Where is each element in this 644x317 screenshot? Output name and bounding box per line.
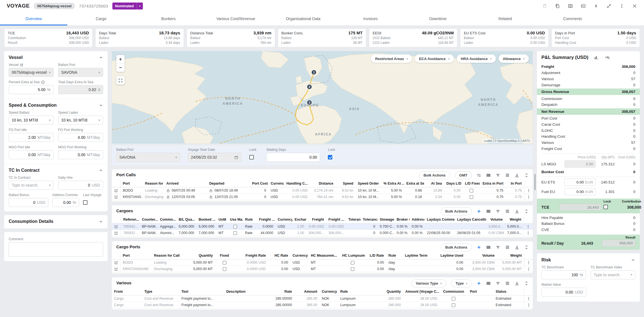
rows-icon[interactable] xyxy=(505,209,510,214)
fo-port-idle-input[interactable]: 2.00MT/day xyxy=(9,133,54,142)
plus-icon[interactable] xyxy=(477,245,481,250)
kebab-icon[interactable] xyxy=(619,3,624,9)
columns-icon[interactable] xyxy=(486,173,491,178)
column-header[interactable]: Rule xyxy=(338,288,377,295)
route-marker[interactable]: 1 xyxy=(311,70,316,75)
fo-port-working-input[interactable]: 4.00MT/day xyxy=(58,133,103,142)
open-record-icon[interactable] xyxy=(114,231,118,235)
filter-icon[interactable] xyxy=(496,173,500,178)
column-header[interactable]: Weight xyxy=(497,252,524,259)
column-header[interactable]: At Sea xyxy=(424,180,444,187)
market-value-input[interactable]: 0.00USD xyxy=(541,288,586,297)
row-menu-icon[interactable] xyxy=(527,195,531,199)
daily-hire-input[interactable]: 0USD xyxy=(58,181,103,190)
column-header[interactable]: Laydays Commence xyxy=(425,216,455,223)
column-header[interactable]: Stowage xyxy=(378,216,394,223)
column-header[interactable]: % Extra At ... xyxy=(381,180,404,187)
column-header[interactable]: Laytime Used xyxy=(437,252,465,259)
download-icon[interactable] xyxy=(515,209,519,214)
column-header[interactable]: Description xyxy=(224,288,264,295)
comment-textarea[interactable] xyxy=(9,242,103,257)
lock-checkbox[interactable] xyxy=(249,155,254,159)
mgo-port-idle-input[interactable]: 0.00MT/day xyxy=(9,150,54,159)
column-header[interactable]: Freight ... xyxy=(326,216,346,223)
rows-icon[interactable] xyxy=(505,173,510,178)
table-row[interactable]: BODOLoading08/07/25 00:4908/07/25 18:490… xyxy=(112,187,533,194)
column-header[interactable]: Distance xyxy=(310,180,335,187)
speed-laden-select[interactable]: 10 kn, 10 MT/d▾ xyxy=(58,116,103,125)
vessel-select[interactable]: 0675d4ajoug-vessel▾ xyxy=(9,68,54,77)
column-header[interactable]: Commo... xyxy=(158,216,176,223)
open-record-icon[interactable] xyxy=(114,189,118,193)
column-header[interactable]: Referen... xyxy=(121,216,139,223)
column-header[interactable]: Use Ma... xyxy=(228,216,243,223)
table-row[interactable]: BODOLoading5,000.00 MT0.0000 USD0.00USDM… xyxy=(112,259,533,266)
hc-lumpsum-checkbox[interactable] xyxy=(351,267,354,271)
voyage-start-date-input[interactable]: 24/06/25 03:32 xyxy=(188,153,242,162)
bulk-actions-button[interactable]: Bulk Actions xyxy=(441,207,472,215)
row-menu-icon[interactable] xyxy=(526,231,530,235)
column-header[interactable]: In Port xyxy=(506,180,524,187)
column-header[interactable]: Booked ... xyxy=(196,216,216,223)
column-header[interactable]: Quantity xyxy=(184,252,215,259)
rows-icon[interactable] xyxy=(505,281,510,286)
address-commission-input[interactable]: 0.00% xyxy=(52,198,79,207)
column-header[interactable]: Rule xyxy=(243,216,257,223)
column-header[interactable]: Currency xyxy=(275,216,292,223)
column-header[interactable]: Amount xyxy=(294,288,319,295)
column-header[interactable]: HC Measurem... xyxy=(309,252,340,259)
column-header[interactable]: Freight xyxy=(306,216,326,223)
column-header[interactable]: Freight Rate xyxy=(234,252,268,259)
column-header[interactable]: Exchan... xyxy=(292,216,306,223)
commission-checkbox[interactable] xyxy=(452,303,455,307)
unfold-icon[interactable] xyxy=(524,173,529,178)
bar-chart-icon[interactable] xyxy=(594,55,599,60)
use-ma-checkbox[interactable] xyxy=(233,225,237,228)
table-row[interactable]: KRISTIANS...Discharging12/07/25 03:0512/… xyxy=(112,194,533,200)
column-header[interactable]: Tolerance xyxy=(361,216,377,223)
allowance-button[interactable]: Allowance▾ xyxy=(499,54,529,63)
column-header[interactable]: Address... xyxy=(409,216,425,223)
tab-comments[interactable]: Comments xyxy=(539,12,606,25)
tab-related[interactable]: Related xyxy=(472,12,539,25)
plus-icon[interactable] xyxy=(477,281,481,286)
row-menu-icon[interactable] xyxy=(527,267,531,271)
tc-benchmark-input[interactable]: 100% xyxy=(541,270,586,279)
column-header[interactable]: L/D Fixed xyxy=(463,180,480,187)
column-header[interactable]: Speed Order xyxy=(356,180,381,187)
type-button[interactable]: Type▾ xyxy=(451,279,472,287)
column-header[interactable]: Currency xyxy=(319,288,338,295)
eca-avoidance-button[interactable]: ECA Avoidance▾ xyxy=(415,54,454,63)
info-icon[interactable] xyxy=(41,80,45,84)
pdf-icon[interactable]: PDF xyxy=(581,3,586,9)
sort-icon[interactable] xyxy=(477,173,481,178)
filter-icon[interactable] xyxy=(496,209,500,214)
map-attribution[interactable]: Leaflet | © OpenStreetMap © CARTO xyxy=(482,139,532,143)
column-header[interactable]: Extra in Port xyxy=(480,180,506,187)
ballast-port-select[interactable]: SAVONA▾ xyxy=(116,153,180,162)
column-header[interactable]: From xyxy=(112,288,142,295)
route-marker[interactable]: 3 xyxy=(307,100,312,105)
open-record-icon[interactable] xyxy=(114,225,118,229)
column-header[interactable]: Fixed xyxy=(215,252,234,259)
column-header[interactable]: Amount (Voyage C... xyxy=(403,288,440,295)
chevron-down-icon[interactable]: ▾ xyxy=(137,3,143,9)
tab-organisational-data[interactable]: Organisational Data xyxy=(269,12,337,25)
column-header[interactable]: Volume xyxy=(486,216,505,223)
collapse-icon[interactable] xyxy=(606,3,612,9)
table-row[interactable]: CargoCost and RevenueFreight payment to.… xyxy=(112,295,533,302)
column-header[interactable]: Extra at Sea xyxy=(404,180,424,187)
columns-icon[interactable] xyxy=(486,209,491,214)
column-header[interactable]: Days L/D xyxy=(444,180,463,187)
table-row[interactable]: 785943...BP-NAM...Aggrega...5,000.0005,0… xyxy=(112,223,533,230)
column-header[interactable]: Reason for ... xyxy=(143,180,164,187)
download-icon[interactable] xyxy=(515,173,519,178)
chevron-down-icon[interactable] xyxy=(99,219,103,224)
close-icon[interactable] xyxy=(632,3,637,9)
chevron-up-icon[interactable] xyxy=(631,258,635,262)
columns-icon[interactable] xyxy=(486,245,491,250)
hra-avoidance-button[interactable]: HRA Avoidance▾ xyxy=(457,54,496,63)
tc-benchmark-index-select[interactable]: Type to search.▾ xyxy=(591,270,635,279)
tab-cargo[interactable]: Cargo xyxy=(67,12,135,25)
column-header[interactable]: Laytime Term xyxy=(403,252,437,259)
